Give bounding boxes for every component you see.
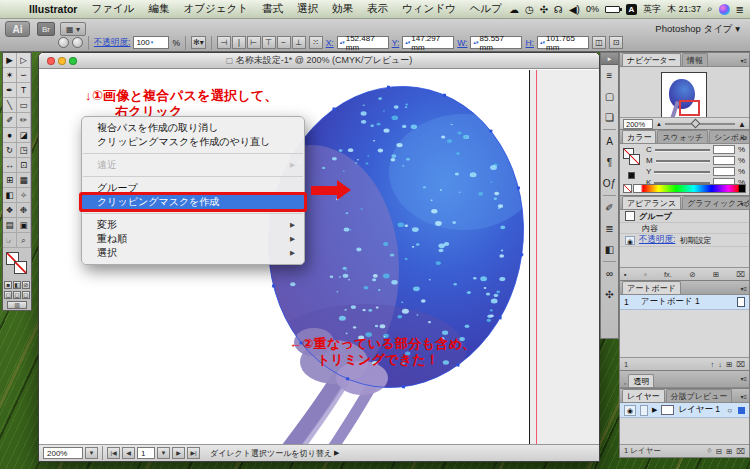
new-stroke-icon[interactable]: ▪ (624, 270, 627, 279)
zoom-level-field[interactable]: 200% (43, 447, 83, 459)
graphic-style-button[interactable]: ✻▾ (191, 36, 206, 49)
symbol-sprayer-tool[interactable]: ❉ (17, 203, 31, 218)
blend-tool[interactable]: ❖ (3, 203, 17, 218)
context-menu-item-9[interactable]: 重ね順 (82, 232, 304, 246)
delete-artboard-icon[interactable]: ⌧ (736, 360, 745, 369)
bridge-button[interactable]: Br (37, 22, 55, 36)
panel-menu-icon[interactable]: ▾≡ (740, 134, 747, 141)
gradient-panel-icon[interactable]: ◧ (601, 239, 618, 260)
duplicate-item-icon[interactable]: ⊞ (713, 270, 719, 279)
first-artboard-button[interactable]: |◀ (107, 447, 120, 459)
stepper-icon[interactable]: ▴▾ (340, 41, 345, 44)
make-clip-mask-icon[interactable]: ⌾ (707, 446, 712, 456)
tab-color-0[interactable]: カラー (622, 130, 656, 143)
document-title-bar[interactable]: ▢ 名称未設定-1* @ 200% (CMYK/プレビュー) (39, 53, 599, 69)
stroke-panel-icon[interactable]: ≣ (601, 218, 618, 239)
draw-behind-button[interactable]: ◻ (13, 291, 21, 299)
zoom-tool[interactable]: ⌕ (17, 233, 31, 248)
close-button[interactable] (47, 57, 55, 65)
input-method-icon[interactable]: A (626, 4, 637, 15)
stepper-icon[interactable]: ▴▾ (405, 41, 410, 44)
status-hint-arrow-icon[interactable]: ▶ (334, 449, 339, 457)
paintbrush-tool[interactable]: ✐ (3, 113, 17, 128)
panel-menu-icon[interactable]: ▾≡ (740, 57, 747, 64)
eraser-tool[interactable]: ◪ (17, 128, 31, 143)
tab-appearance-0[interactable]: アピアランス (622, 196, 681, 209)
appearance-row-contents[interactable]: 内容 (620, 223, 749, 234)
delete-layer-icon[interactable]: ⌧ (736, 447, 745, 456)
move-down-icon[interactable]: ↓ (718, 360, 722, 369)
color-spectrum[interactable] (633, 184, 746, 193)
stepper-icon[interactable]: ▴▾ (473, 41, 478, 44)
keyboard-icon[interactable]: ✣ (540, 4, 548, 15)
zoom-button[interactable] (69, 57, 77, 65)
channel-value-C[interactable] (713, 145, 735, 154)
menu-item-window[interactable]: ウィンドウ (395, 2, 463, 16)
artboard-page-icon[interactable] (737, 297, 745, 307)
context-menu-item-8[interactable]: 変形 (82, 218, 304, 232)
magic-wand-tool[interactable]: ✶ (3, 68, 17, 83)
battery-icon[interactable] (605, 6, 620, 13)
coord-field-1[interactable]: ▴▾147.297 mm (402, 36, 454, 49)
tab-artboards[interactable]: アートボード (622, 281, 681, 294)
layer-target-icon[interactable]: ○ (727, 406, 732, 415)
type-tool[interactable]: T (17, 83, 31, 98)
style-circle-icon[interactable] (58, 37, 69, 48)
zoom-in-icon[interactable]: ▲ (738, 120, 746, 129)
coord-label-2[interactable]: W: (457, 38, 467, 48)
eye-icon[interactable]: ◉ (625, 236, 635, 245)
menu-item-select[interactable]: 選択 (290, 2, 325, 16)
menu-item-file[interactable]: ファイル (84, 2, 141, 16)
coord-label-0[interactable]: X: (326, 38, 334, 48)
menu-item-edit[interactable]: 編集 (141, 2, 176, 16)
links-panel-icon[interactable]: ∞ (601, 263, 618, 284)
layer-lock-toggle[interactable] (640, 405, 648, 416)
column-graph-tool[interactable]: ▤ (3, 218, 17, 233)
artboard-dropdown-button[interactable]: ▼ (157, 447, 170, 459)
minimize-button[interactable] (58, 57, 66, 65)
channel-value-M[interactable] (713, 156, 735, 165)
tab-color-1[interactable]: スウォッチ (657, 130, 708, 143)
canvas[interactable]: ↓①画像と複合パスを選択して、 右クリック ←②重なっている部分も含め、 トリミ… (39, 70, 599, 444)
input-method-label[interactable]: 英字 (643, 3, 661, 16)
layer-visibility-toggle[interactable]: ◉ (624, 405, 636, 416)
workspace-switcher[interactable]: Photoshop タイプ ▾ (655, 23, 740, 36)
layer-name[interactable]: レイヤー 1 (678, 404, 720, 416)
align-top-icon[interactable]: ⊤ (262, 36, 276, 49)
character-panel-icon[interactable]: A (601, 131, 618, 152)
channel-slider-Y[interactable] (654, 171, 710, 173)
zoom-dropdown-button[interactable]: ▼ (85, 447, 98, 459)
timemachine-icon[interactable]: ◷ (525, 4, 534, 15)
channel-value-Y[interactable] (713, 167, 735, 176)
rotate-tool[interactable]: ↻ (3, 143, 17, 158)
spectrum-none-swatch[interactable] (623, 184, 632, 193)
zoom-out-icon[interactable]: ▲ (656, 121, 662, 127)
notification-center-icon[interactable]: ≣ (736, 4, 744, 15)
link-wh-icon[interactable]: ◫ (592, 36, 606, 49)
width-tool[interactable]: ↔ (3, 158, 17, 173)
coord-label-1[interactable]: Y: (392, 38, 400, 48)
tab-navigator-1[interactable]: 情報 (682, 53, 708, 66)
new-layer-icon[interactable]: ⊞ (726, 447, 732, 456)
align-bottom-icon[interactable]: ⊥ (292, 36, 306, 49)
stroke-swatch[interactable] (14, 261, 27, 274)
transform-panel-icon[interactable]: ▢ (601, 86, 618, 107)
appearance-row-opacity[interactable]: ◉ 不透明度: 初期設定 (620, 234, 749, 247)
panel-menu-icon[interactable]: ▾≡ (740, 375, 747, 382)
context-menu-item-1[interactable]: クリッピングマスクを作成のやり直し (82, 135, 304, 149)
perspective-grid-tool[interactable]: ⊞ (3, 173, 17, 188)
opacity-field[interactable]: 100▾ (133, 36, 169, 49)
new-fill-icon[interactable]: ▫ (644, 270, 647, 279)
context-menu-item-5[interactable]: グループ (82, 181, 304, 195)
none-button[interactable]: ⊘ (22, 281, 30, 289)
paragraph-panel-icon[interactable]: ¶ (601, 152, 618, 173)
menu-clock[interactable]: 木 21:37 (667, 3, 701, 16)
layer-row[interactable]: ◉ ▶ レイヤー 1 ○ (620, 403, 749, 418)
wifi-icon[interactable]: ☊ (554, 4, 563, 15)
new-sublayer-icon[interactable]: ⊟ (716, 447, 722, 456)
blob-brush-tool[interactable]: ● (3, 128, 17, 143)
style-circle2-icon[interactable] (72, 37, 83, 48)
stepper-icon[interactable]: ▴▾ (540, 41, 545, 44)
last-artboard-button[interactable]: ▶| (187, 447, 200, 459)
next-artboard-button[interactable]: ▶ (172, 447, 185, 459)
